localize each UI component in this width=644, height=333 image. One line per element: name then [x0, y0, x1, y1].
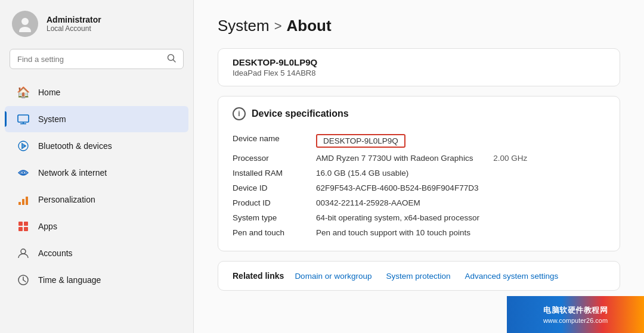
svg-rect-9 [18, 202, 21, 205]
spec-value: 00342-22114-25928-AAOEM [316, 195, 605, 210]
home-icon: 🏠 [17, 86, 30, 99]
search-icon [167, 54, 176, 64]
spec-label: Device ID [233, 180, 316, 195]
specs-section-title: i Device specifications [233, 107, 605, 120]
spec-label: System type [233, 210, 316, 225]
sidebar-item-system-label: System [38, 114, 66, 124]
spec-value: AMD Ryzen 7 7730U with Radeon Graphics 2… [316, 151, 605, 166]
device-pc-name: DESKTOP-9L0LP9Q [233, 57, 605, 67]
sidebar-item-network[interactable]: Network & internet [5, 160, 188, 186]
sidebar-item-accounts[interactable]: Accounts [5, 240, 188, 266]
sidebar-item-time-label: Time & language [38, 275, 101, 285]
bluetooth-icon [17, 139, 30, 153]
svg-point-1 [19, 27, 31, 32]
main-content: System > About DESKTOP-9L0LP9Q IdeaPad F… [194, 0, 644, 333]
svg-rect-13 [24, 222, 28, 226]
spec-label: Pen and touch [233, 225, 316, 240]
table-row: Device ID 62F9F543-ACFB-4600-B524-B69F90… [233, 180, 605, 195]
user-role: Local Account [47, 24, 101, 33]
spec-label: Product ID [233, 195, 316, 210]
sidebar-item-accounts-label: Accounts [38, 248, 73, 258]
user-info: Administrator Local Account [47, 15, 101, 33]
related-link-advanced[interactable]: Advanced system settings [465, 272, 558, 281]
svg-point-8 [23, 172, 24, 174]
nav-list: 🏠 Home System Bluetooth & devic [0, 76, 193, 333]
accounts-icon [17, 247, 30, 260]
sidebar-item-bluetooth[interactable]: Bluetooth & devices [5, 133, 188, 159]
svg-rect-11 [26, 197, 28, 205]
sidebar-item-apps[interactable]: Apps [5, 213, 188, 239]
table-row: Processor AMD Ryzen 7 7730U with Radeon … [233, 151, 605, 166]
sidebar-item-home-label: Home [38, 88, 60, 97]
svg-point-0 [21, 18, 29, 25]
breadcrumb-current: About [287, 17, 332, 35]
svg-line-3 [174, 60, 176, 63]
system-icon [17, 113, 30, 126]
spec-value: 16.0 GB (15.4 GB usable) [316, 166, 605, 180]
info-icon: i [233, 107, 246, 120]
watermark-line1: 电脑软硬件教程网 [543, 305, 608, 316]
sidebar-item-personalization[interactable]: Personalization [5, 186, 188, 213]
table-row: Installed RAM 16.0 GB (15.4 GB usable) [233, 166, 605, 180]
sidebar-item-network-label: Network & internet [38, 168, 107, 178]
table-row: Device name DESKTOP-9L0LP9Q [233, 131, 605, 151]
spec-value: 62F9F543-ACFB-4600-B524-B69F904F77D3 [316, 180, 605, 195]
user-section: Administrator Local Account [0, 0, 193, 46]
spec-value: Pen and touch support with 10 touch poin… [316, 225, 605, 240]
avatar [12, 11, 38, 37]
personalization-icon [17, 193, 30, 206]
time-icon [17, 273, 30, 287]
breadcrumb: System > About [218, 17, 620, 35]
table-row: Pen and touch Pen and touch support with… [233, 225, 605, 240]
spec-label: Device name [233, 131, 316, 151]
table-row: Product ID 00342-22114-25928-AAOEM [233, 195, 605, 210]
device-model: IdeaPad Flex 5 14ABR8 [233, 69, 605, 77]
svg-rect-5 [20, 123, 26, 125]
device-specs-card: i Device specifications Device name DESK… [218, 96, 620, 251]
table-row: System type 64-bit operating system, x64… [233, 210, 605, 225]
svg-line-19 [23, 280, 26, 282]
spec-label: Processor [233, 151, 316, 166]
breadcrumb-separator: > [274, 18, 282, 34]
svg-point-16 [21, 249, 26, 254]
spec-value: 64-bit operating system, x64-based proce… [316, 210, 605, 225]
sidebar: Administrator Local Account 🏠 Home [0, 0, 194, 333]
device-header-card: DESKTOP-9L0LP9Q IdeaPad Flex 5 14ABR8 [218, 48, 620, 86]
related-links-card: Related links Domain or workgroup System… [218, 261, 620, 291]
device-name-highlighted: DESKTOP-9L0LP9Q [316, 134, 405, 148]
svg-rect-10 [22, 199, 24, 205]
sidebar-item-apps-label: Apps [38, 222, 57, 231]
sidebar-item-home[interactable]: 🏠 Home [5, 79, 188, 105]
svg-rect-12 [18, 222, 23, 226]
search-box[interactable] [10, 49, 184, 69]
spec-label: Installed RAM [233, 166, 316, 180]
sidebar-item-system[interactable]: System [5, 106, 188, 132]
search-input[interactable] [17, 55, 162, 64]
spec-value: DESKTOP-9L0LP9Q [316, 131, 605, 151]
network-icon [17, 166, 30, 179]
processor-freq: 2.00 GHz [475, 154, 527, 163]
related-link-protection[interactable]: System protection [386, 272, 450, 281]
sidebar-item-bluetooth-label: Bluetooth & devices [38, 141, 112, 151]
sidebar-item-time[interactable]: Time & language [5, 267, 188, 293]
specs-table: Device name DESKTOP-9L0LP9Q Processor AM… [233, 131, 605, 240]
user-name: Administrator [47, 15, 101, 24]
related-links-label: Related links [233, 271, 284, 281]
svg-rect-14 [18, 227, 23, 231]
sidebar-item-personalization-label: Personalization [38, 195, 95, 204]
related-link-domain[interactable]: Domain or workgroup [295, 272, 371, 281]
watermark-line2: www.computer26.com [543, 317, 608, 324]
apps-icon [17, 220, 30, 233]
svg-rect-4 [18, 115, 29, 122]
svg-rect-15 [24, 227, 28, 231]
breadcrumb-parent: System [218, 17, 270, 35]
